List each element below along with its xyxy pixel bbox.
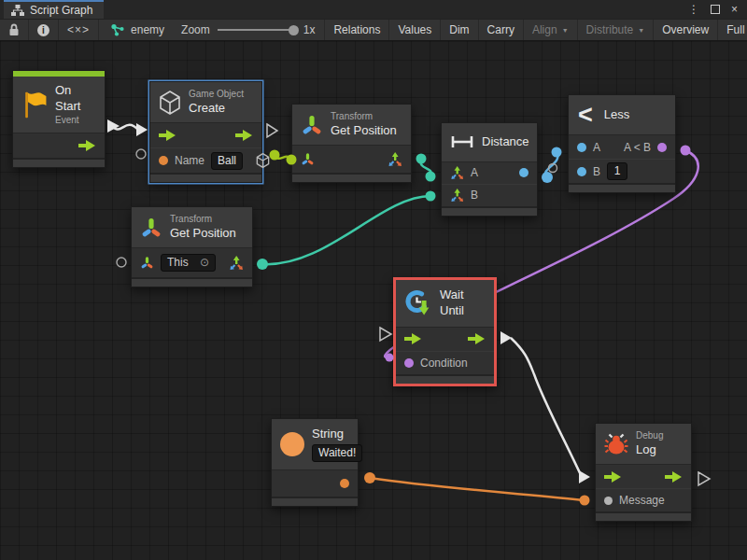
node-title: String (312, 427, 362, 442)
flow-input-port[interactable] (159, 130, 176, 141)
vector3-output-port[interactable] (229, 256, 244, 271)
node-title: Create (189, 101, 244, 117)
target-picker-icon[interactable]: ⊙ (200, 256, 209, 270)
node-category: Transform (170, 214, 236, 226)
target-value: This (167, 256, 189, 270)
fullscreen-button[interactable]: Full Screen (718, 20, 747, 40)
info-button[interactable]: i (29, 20, 59, 40)
chevron-down-icon: ▼ (562, 27, 569, 34)
code-preview-button[interactable]: <×> (59, 20, 99, 40)
lock-button[interactable] (0, 20, 29, 40)
transform-icon (301, 114, 323, 136)
carry-button[interactable]: Carry (479, 20, 524, 40)
bug-icon (604, 432, 628, 456)
window-controls: ⋮ × (688, 0, 747, 19)
result-output-port[interactable] (657, 143, 667, 152)
node-wait-until[interactable]: Wait Until Condition (393, 277, 497, 386)
port-a-label: A (471, 166, 478, 179)
node-title: Get Position (331, 123, 397, 139)
distribute-dropdown[interactable]: Distribute▼ (578, 20, 655, 40)
transform-icon (140, 217, 162, 239)
maximize-icon[interactable] (711, 5, 720, 14)
code-icon: <×> (67, 23, 90, 36)
string-output-port[interactable] (340, 479, 349, 488)
node-string-literal[interactable]: String Waited! (271, 418, 359, 507)
graph-breadcrumb[interactable]: enemy (99, 20, 172, 40)
distance-icon (450, 134, 474, 149)
a-input-port[interactable] (577, 143, 586, 152)
b-value-field[interactable]: 1 (607, 162, 627, 180)
flow-output-port[interactable] (235, 130, 253, 141)
target-field[interactable]: This ⊙ (161, 254, 216, 272)
port-a-label: A (593, 141, 600, 154)
flow-output-port[interactable] (78, 140, 96, 151)
zoom-control: Zoom 1x (172, 20, 325, 40)
graph-toolbar: i <×> enemy Zoom 1x Relations Valu (0, 19, 747, 41)
chevron-down-icon: ▼ (638, 27, 644, 34)
condition-input-port[interactable] (404, 358, 414, 368)
lock-icon (8, 23, 20, 36)
string-value-field[interactable]: Waited! (312, 444, 362, 462)
zoom-slider[interactable] (218, 29, 296, 31)
close-icon[interactable]: × (731, 3, 738, 16)
node-title: Less (604, 107, 629, 123)
node-on-start-event[interactable]: On Start Event (12, 70, 106, 168)
align-dropdown[interactable]: Align▼ (524, 20, 578, 40)
node-get-position-bottom[interactable]: Transform Get Position This (131, 206, 253, 287)
tab-title: Script Graph (30, 4, 92, 17)
node-less[interactable]: < Less A A < B B 1 (568, 94, 676, 193)
node-title: Wait Until (440, 287, 486, 319)
info-icon: i (37, 24, 49, 36)
window-menu-icon[interactable]: ⋮ (688, 3, 699, 16)
graph-tab-icon (11, 5, 24, 16)
node-category: Game Object (189, 89, 244, 101)
zoom-value: 1x (303, 23, 316, 36)
enemy-graph-icon (110, 23, 125, 36)
node-title: On Start (55, 83, 96, 115)
graph-name: enemy (131, 23, 164, 36)
zoom-slider-handle[interactable] (289, 25, 299, 35)
name-field[interactable]: Ball (211, 152, 243, 170)
port-b-label: B (471, 189, 478, 202)
cube-icon (159, 91, 181, 115)
flow-input-port[interactable] (404, 333, 422, 344)
condition-label: Condition (420, 357, 468, 370)
port-b-label: B (593, 165, 600, 178)
unity-script-graph-window: Script Graph ⋮ × i <×> (0, 0, 747, 560)
overview-button[interactable]: Overview (654, 20, 718, 40)
dim-button[interactable]: Dim (441, 20, 478, 40)
wait-clock-icon (404, 288, 432, 318)
node-debug-log[interactable]: Debug Log Message (595, 423, 692, 522)
node-title: Distance (482, 134, 529, 150)
flow-input-port[interactable] (604, 471, 622, 483)
transform-input-port[interactable] (140, 256, 154, 270)
flow-output-port[interactable] (468, 333, 486, 344)
distance-output-port[interactable] (519, 168, 529, 177)
node-category: Transform (331, 111, 397, 123)
node-distance[interactable]: Distance A (441, 122, 538, 217)
gameobject-output-port[interactable] (256, 153, 270, 168)
message-input-port[interactable] (604, 497, 613, 505)
transform-input-port[interactable] (301, 152, 315, 166)
flag-icon (21, 90, 48, 119)
vector3-output-port[interactable] (388, 152, 402, 167)
node-gameobject-create[interactable]: Game Object Create Name Ball (149, 81, 262, 183)
zoom-label: Zoom (181, 23, 210, 36)
string-icon (280, 432, 304, 456)
relations-button[interactable]: Relations (325, 20, 389, 40)
result-label: A < B (624, 141, 651, 154)
flow-output-port[interactable] (665, 471, 683, 483)
less-icon: < (578, 103, 593, 127)
node-title: Get Position (170, 226, 236, 242)
vector3-input-port-b[interactable] (450, 189, 464, 203)
message-label: Message (619, 494, 665, 507)
node-get-position-top[interactable]: Transform Get Position (291, 104, 412, 183)
title-bar: Script Graph ⋮ × (0, 0, 747, 19)
tab-script-graph[interactable]: Script Graph (4, 0, 104, 19)
values-button[interactable]: Values (389, 20, 441, 40)
name-port-label: Name (175, 154, 204, 167)
b-input-port[interactable] (577, 167, 586, 176)
name-input-port[interactable] (159, 156, 168, 165)
vector3-input-port-a[interactable] (450, 166, 464, 180)
node-category: Debug (636, 430, 663, 442)
